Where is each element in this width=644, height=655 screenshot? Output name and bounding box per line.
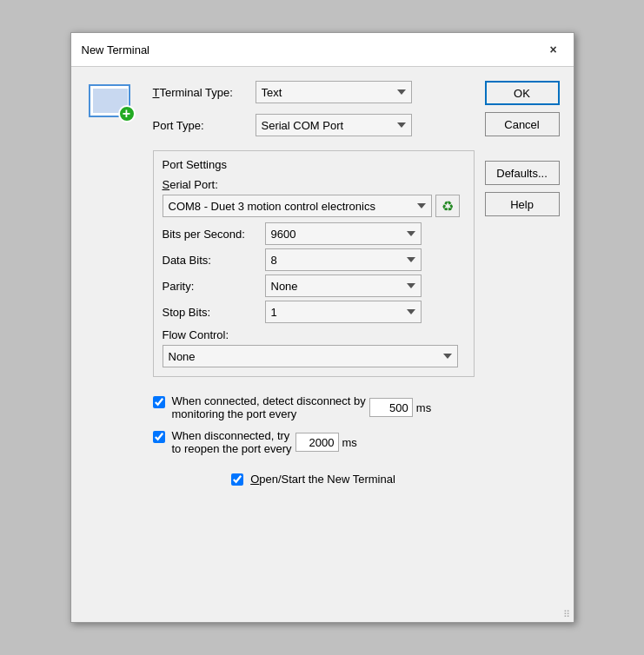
open-start-checkbox[interactable]	[231, 473, 243, 486]
terminal-type-label: TTerminal Type:	[153, 86, 249, 99]
stop-bits-row: Stop Bits: 11.52	[163, 301, 465, 323]
serial-port-section: Serial Port: COM8 - Duet 3 motion contro…	[163, 178, 465, 217]
checkbox-section: When connected, detect disconnect bymoni…	[153, 394, 475, 455]
plus-badge: +	[118, 105, 136, 122]
bits-per-second-label: Bits per Second:	[163, 228, 258, 241]
open-start-label: Open/Start the New Terminal	[250, 473, 395, 486]
main-form: TTerminal Type: Text VT100 ANSI Port Typ…	[153, 81, 475, 597]
bits-per-second-select[interactable]: 300600120024004800 960019200384005760011…	[265, 222, 422, 245]
title-bar: New Terminal ×	[71, 33, 574, 67]
reopen-ms-label: ms	[342, 436, 357, 449]
defaults-label: Defaults...	[496, 167, 548, 180]
data-bits-label: Data Bits:	[163, 254, 258, 267]
data-bits-select[interactable]: 5678	[265, 248, 422, 271]
detect-disconnect-row: When connected, detect disconnect bymoni…	[153, 394, 475, 420]
refresh-button[interactable]: ♻	[435, 195, 460, 217]
dialog-body: + TTerminal Type: Text VT100 ANSI Port T…	[71, 67, 574, 607]
serial-port-select[interactable]: COM8 - Duet 3 motion control electronics	[163, 195, 432, 217]
terminal-type-select[interactable]: Text VT100 ANSI	[256, 81, 412, 103]
detect-disconnect-checkbox[interactable]	[153, 396, 165, 408]
reopen-interval-input[interactable]	[295, 433, 339, 452]
detect-disconnect-text: When connected, detect disconnect bymoni…	[172, 394, 432, 420]
refresh-icon: ♻	[442, 198, 454, 215]
flow-control-select[interactable]: NoneXON/XOFFRTS/CTSDSR/DTR	[163, 345, 458, 367]
help-button[interactable]: Help	[485, 192, 560, 216]
port-settings-group: Port Settings Serial Port: COM8 - Duet 3…	[153, 150, 475, 377]
port-type-select[interactable]: Serial COM Port TCP/IP SSH	[256, 114, 412, 136]
reopen-text: When disconnected, tryto reopen the port…	[172, 429, 357, 455]
defaults-button[interactable]: Defaults...	[485, 161, 560, 185]
close-button[interactable]: ×	[544, 40, 563, 59]
port-settings-legend: Port Settings	[163, 158, 465, 171]
terminal-type-row: TTerminal Type: Text VT100 ANSI	[153, 81, 475, 103]
icon-area: +	[82, 81, 143, 597]
detect-disconnect-interval-input[interactable]	[369, 398, 413, 417]
cancel-button[interactable]: Cancel	[485, 112, 560, 136]
reopen-checkbox[interactable]	[153, 431, 165, 443]
stop-bits-select[interactable]: 11.52	[265, 301, 422, 323]
parity-label: Parity:	[163, 280, 258, 293]
bits-per-second-row: Bits per Second: 300600120024004800 9600…	[163, 222, 465, 245]
reopen-row: When disconnected, tryto reopen the port…	[153, 429, 475, 455]
new-terminal-dialog: New Terminal × + TTerminal Type: Text	[70, 32, 574, 623]
data-bits-row: Data Bits: 5678	[163, 248, 465, 271]
reopen-text1: When disconnected, tryto reopen the port…	[172, 429, 292, 455]
detect-disconnect-text1: When connected, detect disconnect bymoni…	[172, 394, 366, 420]
serial-port-label: Serial Port:	[163, 178, 465, 191]
parity-row: Parity: NoneOddEvenMarkSpace	[163, 275, 465, 297]
open-start-row: Open/Start the New Terminal	[153, 473, 475, 486]
port-type-label: Port Type:	[153, 119, 249, 132]
terminal-icon: +	[89, 84, 136, 122]
flow-control-label: Flow Control:	[163, 328, 465, 341]
detect-disconnect-ms-label: ms	[416, 401, 431, 414]
stop-bits-label: Stop Bits:	[163, 306, 258, 319]
right-buttons: OK Cancel Defaults... Help	[485, 81, 563, 597]
parity-select[interactable]: NoneOddEvenMarkSpace	[265, 275, 422, 297]
dialog-title: New Terminal	[82, 43, 150, 56]
ok-button[interactable]: OK	[485, 81, 560, 105]
serial-port-row: COM8 - Duet 3 motion control electronics…	[163, 195, 465, 217]
resize-handle: ⠿	[560, 607, 574, 622]
port-type-row: Port Type: Serial COM Port TCP/IP SSH	[153, 114, 475, 136]
flow-control-group: Flow Control: NoneXON/XOFFRTS/CTSDSR/DTR	[163, 328, 465, 367]
